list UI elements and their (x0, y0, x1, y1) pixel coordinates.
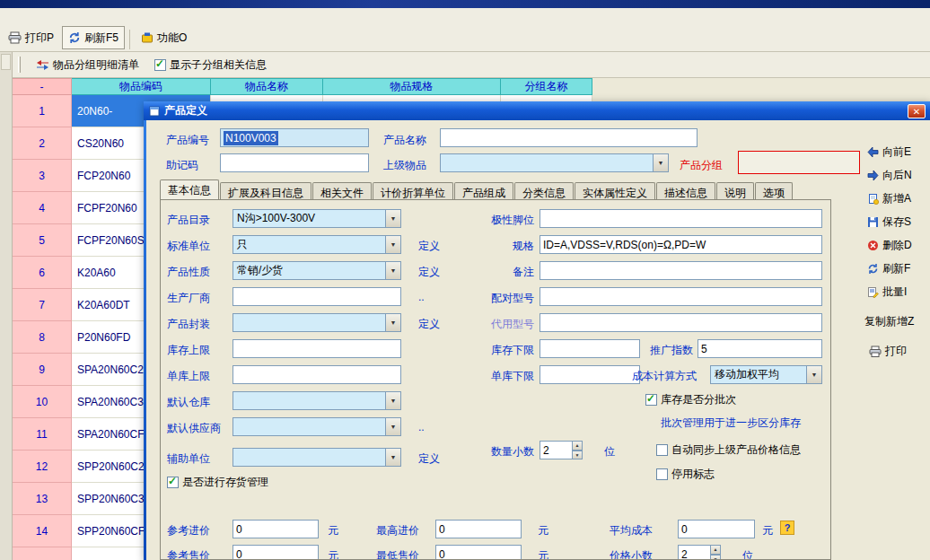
refresh-record-button[interactable]: 刷新F (867, 261, 910, 276)
qty-decimal-input[interactable] (540, 441, 573, 459)
panel-grip[interactable] (1, 54, 11, 70)
package-label: 产品封装 (167, 317, 210, 332)
price-decimal-label: 价格小数 (610, 548, 653, 560)
print-record-button[interactable]: 打印 (869, 344, 907, 359)
manufacturer-field[interactable] (232, 287, 401, 306)
save-button[interactable]: 保存S (867, 214, 911, 230)
next-button[interactable]: 向后N (867, 168, 912, 183)
autosync-label: 自动同步上级产品价格信息 (671, 442, 801, 458)
chevron-down-icon[interactable]: ▼ (385, 392, 400, 409)
show-subgroup-checkbox[interactable]: 显示子分组相关信息 (154, 57, 267, 73)
inventory-mgmt-checkbox[interactable]: 是否进行存货管理 (167, 475, 268, 490)
autosync-checkbox-input[interactable] (656, 444, 668, 456)
disabled-flag-label: 停用标志 (671, 467, 715, 482)
default-supplier-browse-link[interactable]: .. (418, 421, 425, 433)
ref-sale-field[interactable] (232, 545, 319, 560)
chevron-down-icon[interactable]: ▼ (385, 210, 400, 227)
product-group-box[interactable] (738, 151, 860, 174)
batch-button[interactable]: 批量I (867, 284, 907, 300)
chevron-down-icon[interactable]: ▼ (385, 236, 400, 253)
single-upper-field[interactable] (232, 365, 401, 384)
ref-purchase-field[interactable] (232, 520, 319, 538)
batch-checkbox[interactable]: 库存是否分批次 (645, 392, 736, 407)
disabled-flag-checkbox-input[interactable] (656, 468, 668, 480)
remark-field[interactable] (540, 261, 822, 280)
chevron-down-icon[interactable]: ▼ (385, 262, 400, 279)
chevron-down-icon[interactable]: ▼ (385, 314, 400, 331)
toolbar-grip[interactable] (18, 57, 21, 73)
inventory-mgmt-label: 是否进行存货管理 (182, 475, 268, 490)
chevron-down-icon[interactable]: ▼ (806, 366, 821, 383)
list-toolbar: 物品分组明细清单 显示子分组相关信息 (13, 52, 930, 78)
catalog-label: 产品目录 (167, 213, 210, 228)
spin-up-icon[interactable]: ▲ (711, 545, 721, 555)
row-number: 7 (13, 289, 72, 321)
add-button[interactable]: 新增A (867, 191, 911, 206)
promo-index-field[interactable] (698, 339, 822, 358)
nature-define-link[interactable]: 定义 (418, 265, 440, 280)
disabled-flag-checkbox[interactable]: 停用标志 (656, 467, 715, 482)
price-decimal-input[interactable] (678, 545, 711, 560)
col-header-name[interactable]: 物品名称 (211, 78, 323, 95)
mnemonic-field[interactable] (220, 153, 369, 172)
chevron-down-icon[interactable]: ▼ (653, 154, 668, 171)
default-supplier-select[interactable]: ▼ (232, 417, 401, 436)
spin-down-icon[interactable]: ▼ (573, 451, 583, 460)
product-no-field[interactable]: N100V003 (220, 128, 369, 147)
std-unit-define-link[interactable]: 定义 (418, 239, 440, 254)
help-icon[interactable]: ? (780, 521, 794, 535)
refresh-record-button-label: 刷新F (882, 261, 910, 276)
print-icon (869, 346, 882, 357)
print-button[interactable]: 打印P (2, 26, 60, 49)
avg-cost-field[interactable] (678, 520, 755, 538)
package-select[interactable]: ▼ (232, 313, 401, 332)
refresh-button[interactable]: 刷新F5 (62, 26, 125, 49)
min-sale-field[interactable] (435, 545, 522, 560)
col-header-spec[interactable]: 物品规格 (323, 78, 501, 95)
cost-method-select[interactable]: 移动加权平均 ▼ (710, 365, 822, 384)
stock-upper-field[interactable] (232, 339, 401, 358)
promo-index-label: 推广指数 (650, 343, 693, 358)
product-definition-dialog: 产品定义 ✕ 产品编号 N100V003 产品名称 助记码 上级物品 ▼ 产品分… (144, 101, 930, 560)
default-warehouse-select[interactable]: ▼ (232, 391, 401, 410)
dialog-titlebar[interactable]: 产品定义 (144, 101, 930, 120)
batch-checkbox-input[interactable] (645, 394, 657, 406)
col-header-code[interactable]: 物品编码 (72, 78, 211, 95)
show-subgroup-checkbox-input[interactable] (154, 59, 166, 71)
qty-decimal-spinner[interactable]: ▲ ▼ (540, 441, 583, 459)
col-header-group[interactable]: 分组名称 (501, 78, 592, 95)
row-number: 1 (13, 95, 72, 127)
copy-add-button[interactable]: 复制新增Z (864, 314, 914, 329)
inventory-mgmt-checkbox-input[interactable] (167, 477, 179, 488)
manufacturer-browse-link[interactable]: .. (418, 291, 425, 303)
aux-unit-define-link[interactable]: 定义 (418, 451, 440, 467)
std-unit-select[interactable]: 只 ▼ (232, 235, 401, 254)
nature-select[interactable]: 常销/少货 ▼ (232, 261, 401, 280)
price-decimal-spinner[interactable]: ▲ ▼ (678, 545, 721, 560)
single-lower-field[interactable] (540, 365, 640, 384)
parent-item-select[interactable]: ▼ (440, 153, 669, 172)
spec-field[interactable] (540, 235, 822, 254)
group-list-button[interactable]: 物品分组明细清单 (30, 55, 145, 75)
product-name-field[interactable] (440, 128, 698, 147)
polarity-field[interactable] (540, 209, 822, 228)
delete-button[interactable]: 删除D (867, 238, 912, 253)
package-define-link[interactable]: 定义 (418, 317, 440, 332)
qty-decimal-label: 数量小数 (466, 444, 534, 459)
paired-model-field[interactable] (540, 287, 822, 306)
close-button[interactable]: ✕ (908, 104, 926, 118)
chevron-down-icon[interactable]: ▼ (385, 418, 400, 435)
chevron-down-icon[interactable]: ▼ (385, 449, 400, 466)
col-header-index[interactable]: - (13, 78, 72, 95)
main-toolbar: 打印P 刷新F5 功能O (0, 8, 930, 52)
max-purchase-field[interactable] (435, 520, 522, 538)
catalog-select[interactable]: N沟>100V-300V ▼ (232, 209, 401, 228)
aux-unit-select[interactable]: ▼ (232, 448, 401, 467)
spin-up-icon[interactable]: ▲ (573, 441, 583, 451)
spin-down-icon[interactable]: ▼ (711, 555, 721, 560)
functions-button[interactable]: 功能O (135, 26, 193, 49)
substitute-model-field[interactable] (540, 313, 822, 332)
prev-button[interactable]: 向前E (867, 144, 911, 160)
stock-lower-field[interactable] (540, 339, 640, 358)
autosync-checkbox[interactable]: 自动同步上级产品价格信息 (656, 442, 801, 458)
